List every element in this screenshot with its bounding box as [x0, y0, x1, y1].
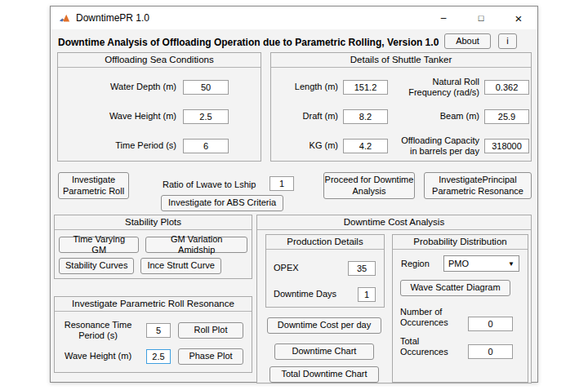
phase-plot-button[interactable]: Phase Plot	[178, 348, 243, 365]
subpanel-probability-distribution: Probability Distribution Region PMO ▼ Wa…	[392, 234, 528, 383]
draft-label: Draft (m)	[274, 111, 338, 122]
time-varying-gm-button[interactable]: Time Varying GM	[59, 237, 139, 253]
resonance-wave-height-input[interactable]	[146, 349, 171, 364]
wave-scatter-diagram-button[interactable]: Wave Scatter Diagram	[400, 280, 510, 296]
ratio-lwave-lship-label: Ratio of Lwave to Lship	[163, 179, 256, 189]
panel-title: Investigate Parametric Roll Resonance	[55, 297, 252, 312]
wave-height-input[interactable]	[183, 109, 229, 124]
page-title: Downtime Analysis of Offloading Operatio…	[58, 37, 439, 48]
window-title: DowntimePR 1.0	[76, 12, 149, 24]
downtime-days-label: Downtime Days	[266, 289, 358, 299]
panel-title: Production Details	[266, 235, 384, 250]
panel-title: Offloading Sea Conditions	[58, 53, 261, 68]
number-occurences-input[interactable]	[468, 317, 513, 331]
time-period-label: Time Period (s)	[58, 140, 176, 151]
ratio-input[interactable]	[270, 176, 294, 191]
kg-input[interactable]	[343, 139, 388, 153]
panel-title: Downtime Cost Analysis	[257, 215, 531, 230]
time-period-input[interactable]	[183, 139, 229, 153]
region-label: Region	[401, 259, 430, 269]
proceed-downtime-analysis-button[interactable]: Proceed for Downtime Analysis	[323, 172, 415, 199]
investigate-abs-criteria-button[interactable]: Investigate for ABS Criteria	[161, 195, 283, 211]
maximize-button[interactable]: □	[462, 7, 500, 29]
stability-row-2: Stability Curves Ince Strutt Curve	[59, 258, 247, 274]
panel-downtime-cost-analysis: Downtime Cost Analysis Production Detail…	[256, 215, 532, 383]
resonance-wave-height-label: Wave Height (m)	[55, 351, 141, 361]
stability-curves-button[interactable]: Stability Curves	[59, 258, 134, 274]
panel-offloading-sea-conditions: Offloading Sea Conditions Water Depth (m…	[57, 52, 261, 162]
opex-label: OPEX	[266, 263, 348, 273]
resonance-time-period-label: Resonance Time Period (s)	[55, 320, 141, 341]
tanker-row-2: Draft (m) Beam (m)	[274, 102, 531, 131]
panel-stability-plots: Stability Plots Time Varying GM GM Varia…	[54, 215, 252, 279]
water-depth-input[interactable]	[183, 80, 229, 95]
resonance-time-period-input[interactable]	[146, 323, 171, 338]
time-period-row: Time Period (s)	[58, 131, 261, 161]
stability-row-1: Time Varying GM GM Variation Amidship	[59, 237, 247, 253]
tanker-row-3: KG (m) Offloading Capacity in barrels pe…	[274, 131, 531, 161]
region-dropdown-value: PMO	[448, 259, 469, 268]
length-input[interactable]	[343, 80, 388, 95]
water-depth-row: Water Depth (m)	[58, 73, 261, 102]
panel-title: Details of Shuttle Tanker	[271, 53, 531, 68]
beam-input[interactable]	[484, 109, 529, 124]
close-button[interactable]: ×	[500, 7, 537, 29]
downtime-days-row: Downtime Days	[266, 281, 384, 308]
downtime-days-input[interactable]	[358, 287, 376, 302]
number-occurences-label: Number of Occurences	[400, 307, 466, 328]
length-label: Length (m)	[274, 82, 338, 92]
titlebar[interactable]: DowntimePR 1.0 – □ ×	[51, 7, 537, 29]
region-dropdown[interactable]: PMO ▼	[443, 255, 519, 272]
downtime-chart-button[interactable]: Downtime Chart	[274, 343, 374, 360]
panel-shuttle-tanker-details: Details of Shuttle Tanker Length (m) Nat…	[270, 52, 532, 162]
water-depth-label: Water Depth (m)	[58, 82, 176, 92]
panel-parametric-roll-resonance: Investigate Parametric Roll Resonance Re…	[54, 296, 252, 373]
app-window: DowntimePR 1.0 – □ × Downtime Analysis o…	[50, 6, 538, 383]
draft-input[interactable]	[343, 109, 388, 124]
panel-title: Probability Distribution	[393, 235, 528, 250]
info-button[interactable]: i	[498, 33, 517, 49]
gm-variation-amidship-button[interactable]: GM Variation Amidship	[145, 237, 247, 253]
chevron-down-icon: ▼	[508, 260, 514, 268]
offloading-capacity-label: Offloading Capacity in barrels per day	[398, 135, 479, 157]
caption-buttons: – □ ×	[425, 7, 537, 29]
total-occurences-label: Total Occurences	[400, 336, 466, 357]
total-occurences-input[interactable]	[468, 344, 513, 359]
ince-strutt-curve-button[interactable]: Ince Strutt Curve	[140, 258, 221, 274]
app-icon	[58, 11, 71, 24]
natural-roll-frequency-label: Natural Roll Frequency (rad/s)	[398, 77, 479, 98]
opex-input[interactable]	[348, 261, 376, 276]
about-button[interactable]: About	[444, 33, 491, 49]
resonance-wave-height-row: Wave Height (m) Phase Plot	[55, 343, 252, 370]
total-downtime-chart-button[interactable]: Total Downtime Chart	[270, 366, 379, 383]
tanker-row-1: Length (m) Natural Roll Frequency (rad/s…	[274, 73, 531, 102]
investigate-parametric-roll-button[interactable]: Investigate Parametric Roll	[58, 172, 129, 199]
roll-plot-button[interactable]: Roll Plot	[178, 322, 243, 339]
panel-title: Stability Plots	[55, 215, 252, 230]
wave-height-row: Wave Height (m)	[58, 102, 261, 131]
subpanel-production-details: Production Details OPEX Downtime Days	[265, 234, 385, 308]
beam-label: Beam (m)	[398, 111, 479, 122]
kg-label: KG (m)	[274, 140, 338, 151]
wave-height-label: Wave Height (m)	[58, 111, 176, 122]
offloading-capacity-input[interactable]	[484, 139, 529, 153]
resonance-time-period-row: Resonance Time Period (s) Roll Plot	[55, 317, 252, 343]
natural-roll-frequency-input[interactable]	[484, 80, 529, 95]
opex-row: OPEX	[266, 255, 384, 281]
investigate-principal-resonance-button[interactable]: InvestigatePrincipal Parametric Resonanc…	[424, 172, 532, 199]
downtime-cost-per-day-button[interactable]: Downtime Cost per day	[267, 317, 381, 334]
minimize-button[interactable]: –	[425, 7, 462, 29]
